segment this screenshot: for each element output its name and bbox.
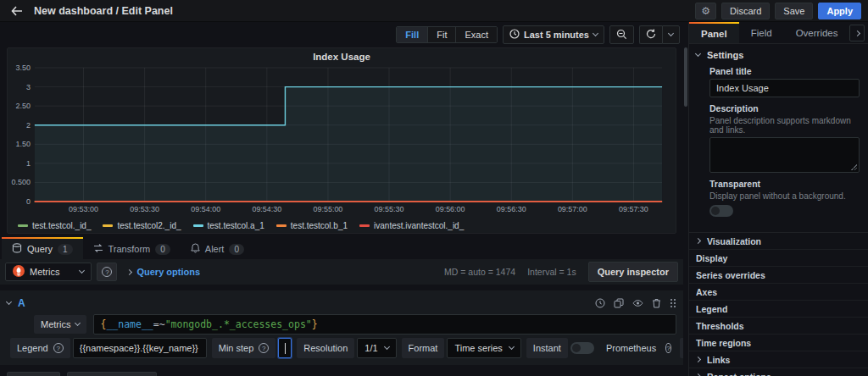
sidebar-section-label: Legend xyxy=(696,304,727,314)
duplicate-query-icon[interactable] xyxy=(614,298,624,308)
sidebar-section-axes[interactable]: Axes xyxy=(689,284,868,301)
legend-item[interactable]: ivantest.ivantestcol._id_ xyxy=(359,221,464,230)
query-history-icon[interactable] xyxy=(595,298,605,308)
max-data-points-info: MD = auto = 1474 xyxy=(444,267,515,277)
chevron-down-icon xyxy=(384,344,390,350)
legend-label-text: Legend xyxy=(17,343,48,353)
drag-handle-icon[interactable] xyxy=(670,298,676,308)
refresh-button[interactable] xyxy=(639,25,662,44)
description-field: Description Panel description supports m… xyxy=(709,103,860,173)
add-expression-button[interactable]: + Expression △ xyxy=(67,372,156,376)
instant-toggle[interactable] xyxy=(570,342,594,354)
delete-query-icon[interactable] xyxy=(652,298,661,308)
transform-icon xyxy=(93,243,103,255)
panel-preview[interactable]: Index Usage 00.50011.5022.5033.5009:53:0… xyxy=(7,47,676,234)
fit-mode-button[interactable]: Fit xyxy=(428,27,456,42)
transparent-label: Transparent xyxy=(709,179,860,189)
tab-alert[interactable]: Alert 0 xyxy=(181,239,254,259)
database-icon xyxy=(12,243,22,255)
settings-header[interactable]: Settings xyxy=(696,50,860,60)
legend-color-dash xyxy=(193,224,203,227)
panel-title-input[interactable] xyxy=(709,79,860,97)
sidebar-section-repeat-options[interactable]: Repeat options xyxy=(689,368,868,376)
sidebar-section-visualization[interactable]: Visualization xyxy=(689,233,868,250)
options-sidebar: Panel Field Overrides Settings Panel tit… xyxy=(688,22,868,376)
sidebar-section-series-overrides[interactable]: Series overrides xyxy=(689,267,868,284)
query-options-toggle[interactable]: Query options xyxy=(127,267,200,277)
collapse-sidebar-button[interactable] xyxy=(849,25,865,41)
datasource-name: Metrics xyxy=(30,267,59,277)
fill-mode-button[interactable]: Fill xyxy=(397,27,428,42)
min-step-input[interactable] xyxy=(278,338,292,358)
panel-settings-button[interactable]: ⚙ xyxy=(695,3,716,19)
promql-token-string: "mongodb_.*_accesses_ops" xyxy=(165,318,312,330)
chevron-right-icon xyxy=(695,357,701,362)
promql-expression-input[interactable]: {__name__ =~ "mongodb_.*_accesses_ops"} xyxy=(93,314,676,335)
metrics-dropdown[interactable]: Metrics xyxy=(34,315,86,334)
sidebar-section-label: Display xyxy=(696,253,727,263)
tab-query[interactable]: Query 1 xyxy=(2,237,83,259)
query-inspector-button[interactable]: Query inspector xyxy=(588,262,678,282)
query-footer: + Query + Expression △ xyxy=(0,365,683,376)
prometheus-type-label: Prometheus xyxy=(599,338,663,358)
legend-item[interactable]: test.testcol._id_ xyxy=(18,221,91,230)
resize-grip-icon[interactable] xyxy=(851,164,857,170)
collapse-chevron-icon[interactable] xyxy=(6,299,12,305)
transparent-help-text: Display panel without a background. xyxy=(709,191,860,201)
datasource-picker[interactable]: Metrics xyxy=(5,263,92,281)
toggle-knob xyxy=(711,207,720,215)
chevron-down-icon xyxy=(75,320,81,326)
sidebar-body: Settings Panel title Description Panel d… xyxy=(689,44,868,376)
tab-transform-label: Transform xyxy=(108,244,151,254)
hide-query-icon[interactable] xyxy=(632,298,643,308)
resolution-select[interactable]: 1/1 xyxy=(357,338,396,358)
size-mode-group: Fill Fit Exact xyxy=(396,26,498,43)
legend-item[interactable]: test.testcol2._id_ xyxy=(103,221,181,230)
query-meta: MD = auto = 1474 Interval = 1s Query ins… xyxy=(444,262,678,282)
chart-canvas: 00.50011.5022.5033.5009:53:0009:53:3009:… xyxy=(11,64,672,214)
tab-overrides[interactable]: Overrides xyxy=(784,22,850,43)
scrollbar[interactable] xyxy=(683,22,688,376)
transparent-field: Transparent Display panel without a back… xyxy=(709,179,860,220)
time-series-chart[interactable]: 00.50011.5022.5033.5009:53:0009:53:3009:… xyxy=(8,64,676,218)
chevron-right-icon xyxy=(126,268,132,274)
refresh-interval-dropdown[interactable] xyxy=(662,25,680,44)
apply-button[interactable]: Apply xyxy=(818,3,861,19)
svg-text:09:53:00: 09:53:00 xyxy=(69,205,98,213)
time-range-picker[interactable]: Last 5 minutes xyxy=(503,25,604,44)
sidebar-section-time-regions[interactable]: Time regions xyxy=(689,335,868,351)
tab-field[interactable]: Field xyxy=(739,22,784,43)
legend-item[interactable]: test.testcol.a_1 xyxy=(193,221,264,230)
description-textarea[interactable] xyxy=(709,137,860,173)
scrollbar-thumb[interactable] xyxy=(684,47,687,107)
zoom-out-button[interactable] xyxy=(609,25,634,44)
query-ref-id: A xyxy=(18,297,25,309)
sidebar-section-links[interactable]: Links xyxy=(689,351,868,368)
clock-icon xyxy=(509,29,520,41)
chevron-down-icon xyxy=(593,30,598,36)
format-select[interactable]: Time series xyxy=(447,338,520,358)
exact-mode-button[interactable]: Exact xyxy=(456,27,497,42)
chart-legend: test.testcol._id_test.testcol2._id_test.… xyxy=(8,218,676,233)
tab-transform[interactable]: Transform 0 xyxy=(83,239,181,259)
legend-format-input[interactable] xyxy=(73,338,207,358)
resolution-label: Resolution xyxy=(297,338,354,358)
svg-text:1.50: 1.50 xyxy=(15,140,30,148)
svg-text:1: 1 xyxy=(26,159,31,168)
datasource-help-button[interactable]: ? xyxy=(97,263,117,281)
add-query-button[interactable]: + Query xyxy=(7,372,60,376)
help-icon: ? xyxy=(665,343,670,353)
transparent-toggle[interactable] xyxy=(709,205,733,217)
save-button[interactable]: Save xyxy=(775,3,813,19)
sidebar-section-legend[interactable]: Legend xyxy=(689,301,868,318)
tab-panel[interactable]: Panel xyxy=(689,22,739,43)
legend-item[interactable]: test.testcol.b_1 xyxy=(276,221,348,230)
sidebar-section-thresholds[interactable]: Thresholds xyxy=(689,318,868,335)
sidebar-section-display[interactable]: Display xyxy=(689,250,868,267)
prometheus-icon xyxy=(13,265,25,279)
back-arrow-icon[interactable] xyxy=(7,3,27,19)
edit-area: Fill Fit Exact Last 5 minutes xyxy=(0,22,683,376)
discard-button[interactable]: Discard xyxy=(721,3,770,19)
query-options-label: Query options xyxy=(136,267,200,277)
legend-series-name: test.testcol2._id_ xyxy=(117,221,181,230)
